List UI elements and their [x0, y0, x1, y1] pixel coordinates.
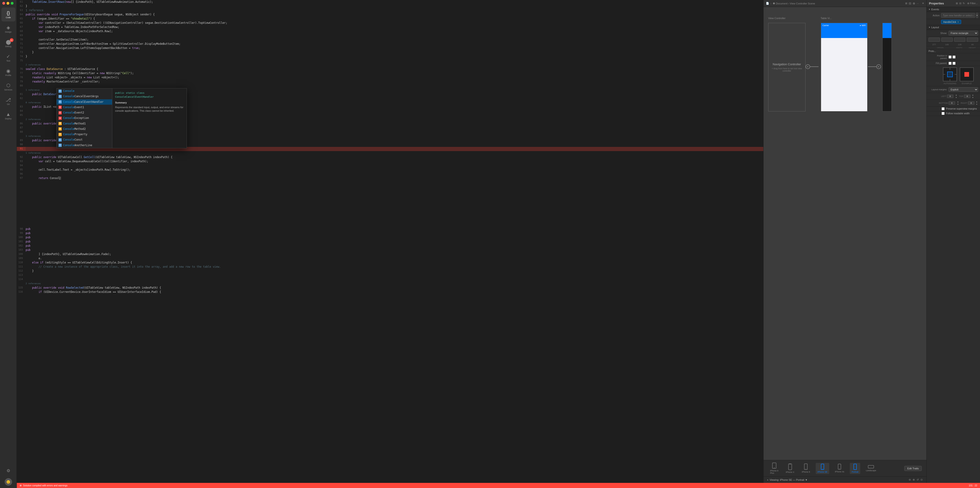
ac-item-consolecanceleventargs[interactable]: C ConsoleCancelEventArgs	[57, 94, 112, 99]
handler-tag-pill[interactable]: HandleClick ✕	[941, 20, 961, 24]
position-parent-h-check[interactable]	[948, 56, 951, 59]
show-select[interactable]: Frame rectangle	[948, 31, 978, 35]
bottom-steppers[interactable]: ▲ ▼	[957, 101, 959, 105]
left-margin-label: LEFT	[941, 95, 946, 97]
storyboard-canvas[interactable]: View Controller Table Vi... Navigation C…	[764, 7, 926, 460]
top-margin-input[interactable]	[964, 95, 970, 98]
device-iphonex[interactable]: iPhone X	[784, 462, 796, 474]
view-mode-icon-1[interactable]: ⊞	[956, 2, 958, 5]
right-steppers[interactable]: ▲ ▼	[976, 101, 978, 105]
ac-item-consoleproperty[interactable]: P ConsoleProperty	[57, 132, 112, 137]
device-iphonese-label: iPhone SE	[818, 471, 827, 473]
left-steppers[interactable]: ▲ ▼	[955, 94, 957, 99]
col-separator: :	[973, 484, 974, 487]
h-input[interactable]	[967, 38, 978, 42]
device-iphone4s[interactable]: iPhone 4s	[833, 463, 846, 474]
design-label: Design	[5, 31, 11, 33]
ac-item-consoleexception[interactable]: ◆ ConsoleException	[57, 115, 112, 121]
autocomplete-list[interactable]: C Console C ConsoleCancelEventArgs C Con…	[56, 88, 112, 148]
more-icon[interactable]: ···	[916, 2, 919, 5]
position-parent-v-check[interactable]	[953, 56, 956, 59]
follow-readable-row: Follow readable width	[927, 111, 980, 116]
handler-remove-button[interactable]: ✕	[957, 21, 959, 23]
ac-item-consoleanotherline[interactable]: C ConsoleAnotherLine	[57, 143, 112, 148]
preserve-margins-check[interactable]	[942, 107, 945, 110]
nav-more-icon[interactable]: ⊙	[921, 478, 923, 481]
action-input[interactable]	[941, 13, 975, 18]
minimize-button[interactable]	[6, 2, 9, 5]
ac-type-icon: P	[59, 133, 62, 136]
sidebar-item-design[interactable]: ◈ Design	[2, 22, 15, 36]
nav-forward-icon[interactable]: ⊕	[913, 478, 915, 481]
nav-refresh-icon[interactable]: ↺	[916, 478, 919, 481]
iphone-status-bar: Carrier ▸ WiFi	[821, 23, 867, 28]
ac-item-label: ConsoleMethod2	[63, 127, 86, 131]
close-preview-icon[interactable]: ✕	[922, 2, 924, 5]
follow-readable-check[interactable]	[942, 112, 945, 115]
sidebar-item-deploy[interactable]: ▲ Deploy	[2, 108, 15, 123]
sidebar-item-test[interactable]: ✓ Test	[2, 51, 15, 65]
ac-item-consoleconst[interactable]: C ConsoleConst	[57, 137, 112, 142]
line-col-indicator[interactable]: 101 : 22	[969, 484, 977, 487]
action-dropdown[interactable]: ▾	[976, 13, 978, 18]
settings-button[interactable]: ⚙	[2, 464, 15, 478]
zoom-out-icon[interactable]: ⊟	[909, 2, 911, 5]
grid-icon[interactable]: ⊞	[905, 2, 907, 5]
layout-margins-select[interactable]: Explicit	[948, 87, 978, 92]
viewing-text: Viewing: iPhone SE — Portrait ▼	[770, 478, 808, 481]
viewing-nav-icons[interactable]: ⊖ ⊕ ↺ ⊙	[909, 478, 923, 481]
autosizing-widget[interactable]	[943, 67, 957, 81]
device-iphone8plus[interactable]: iPhone 8Plus	[768, 462, 780, 475]
connector-line	[810, 67, 819, 67]
filter-icon[interactable]: ⊕ Filter...	[967, 2, 978, 5]
user-avatar[interactable]: 😊	[5, 478, 12, 486]
device-portrait[interactable]: Portrait	[850, 463, 860, 474]
code-line: 114	[17, 277, 763, 282]
ac-item-console[interactable]: C Console	[57, 88, 112, 94]
iphonex-icon	[788, 464, 792, 470]
zoom-in-icon[interactable]: ⊕	[913, 2, 915, 5]
layout-section-header[interactable]: ▼ Layout	[927, 25, 980, 30]
left-margin-input[interactable]	[947, 95, 953, 98]
fill-parent-h-check[interactable]	[948, 62, 951, 65]
events-section-header[interactable]: ▼ Events	[927, 7, 980, 12]
ac-item-consoleevent2[interactable]: E ConsoleEvent2	[57, 110, 112, 115]
status-left: ⊗ Solution compiled with errors and warn…	[19, 484, 967, 487]
preview-panel: 📄 › ⊕ Document › View Controller Scene ⊞…	[763, 0, 926, 483]
device-iphone8[interactable]: iPhone 8	[800, 462, 812, 474]
right-margin-input[interactable]	[968, 101, 974, 105]
view-mode-icon-3[interactable]: ↻	[963, 2, 965, 5]
close-button[interactable]	[2, 2, 5, 5]
w-input[interactable]	[954, 38, 966, 42]
ac-item-consolemethod1[interactable]: M ConsoleMethod1	[57, 121, 112, 126]
sidebar-item-profile[interactable]: ◉ Profile	[2, 65, 15, 79]
sidebar-item-services[interactable]: ⬡ Services	[2, 80, 15, 94]
ac-item-consolecanceleventhandler[interactable]: C ConsoleCancelEventHandler	[57, 99, 112, 105]
code-line: 97 return Consol|	[17, 176, 763, 180]
ac-item-consolemethod2[interactable]: M ConsoleMethod2	[57, 126, 112, 132]
sidebar-item-code[interactable]: {} Code	[2, 8, 15, 21]
debug-label: Debug	[5, 45, 11, 48]
device-iphonese[interactable]: iPhone SE	[816, 463, 829, 474]
edit-traits-button[interactable]: Edit Traits	[904, 466, 922, 471]
margins-pins-row: LEFT ▲ ▼ TOP ▲ ▼	[927, 93, 980, 100]
device-landscape[interactable]: Landscape	[864, 464, 878, 473]
code-label: Code	[6, 16, 11, 19]
top-steppers[interactable]: ▲ ▼	[972, 94, 974, 99]
nav-back-icon[interactable]: ⊖	[909, 478, 911, 481]
sidebar-item-git[interactable]: ⎇ Git	[2, 94, 15, 108]
view-mode-icon-2[interactable]: ⊟	[959, 2, 961, 5]
autocomplete-popup[interactable]: C Console C ConsoleCancelEventArgs C Con…	[56, 88, 187, 148]
bottom-margin-input[interactable]	[948, 101, 955, 105]
maximize-button[interactable]	[11, 2, 14, 5]
traffic-lights	[0, 2, 14, 5]
landscape-icon	[868, 465, 874, 469]
origin-label: 277	[929, 43, 940, 46]
y-input[interactable]	[941, 38, 953, 42]
x-input[interactable]	[929, 38, 940, 42]
sidebar-item-debug[interactable]: ⬤ Debug 91	[2, 37, 15, 50]
code-line: 2 references	[17, 63, 763, 67]
code-editor[interactable]: 61 TableView.InsertRows(new[] {indexPath…	[17, 0, 763, 483]
fill-parent-v-check[interactable]	[953, 62, 956, 65]
ac-item-consoleevent1[interactable]: E ConsoleEvent1	[57, 105, 112, 110]
